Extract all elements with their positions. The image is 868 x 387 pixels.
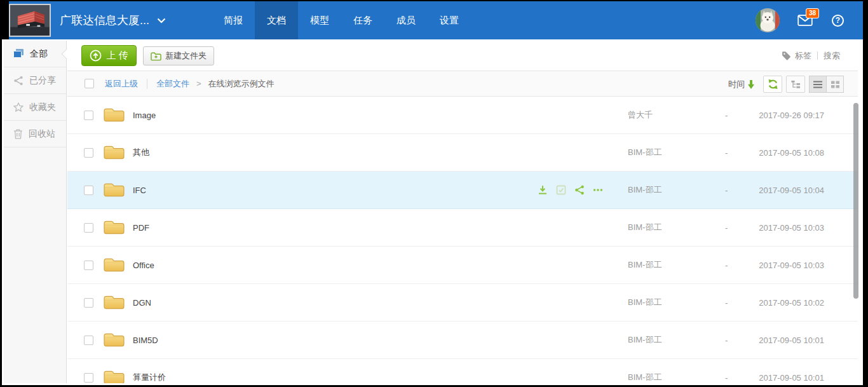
folder-icon xyxy=(104,182,125,198)
sidebar-item-label: 全部 xyxy=(30,48,48,60)
nav-tab-documents[interactable]: 文档 xyxy=(255,1,298,39)
file-name[interactable]: DGN xyxy=(133,298,151,308)
nav-tab-settings[interactable]: 设置 xyxy=(428,1,471,39)
file-size: - xyxy=(725,148,728,158)
notifications-button[interactable]: 38 xyxy=(797,15,813,26)
new-folder-button-label: 新建文件夹 xyxy=(165,50,207,62)
project-title: 广联达信息大厦... xyxy=(60,13,149,28)
toolbar-right: 标签 搜索 xyxy=(782,41,840,71)
select-all-checkbox[interactable] xyxy=(85,79,94,88)
folder-icon xyxy=(104,219,125,236)
nav-tab-models[interactable]: 模型 xyxy=(298,1,341,39)
list-controls: 时间 xyxy=(728,71,844,97)
file-row[interactable]: PDF BIM-邵工 - 2017-09-05 10:03 xyxy=(67,209,858,247)
rename-icon[interactable] xyxy=(556,185,566,195)
file-row[interactable]: 其他 BIM-邵工 - 2017-09-05 10:08 xyxy=(67,134,858,172)
file-size: - xyxy=(725,298,728,308)
file-date: 2017-09-05 10:02 xyxy=(759,298,824,308)
project-logo[interactable] xyxy=(9,4,51,37)
sidebar-item-label: 回收站 xyxy=(29,128,55,140)
sidebar-item-shared[interactable]: 已分享 xyxy=(4,67,66,94)
file-row[interactable]: BIM5D BIM-邵工 - 2017-09-05 10:01 xyxy=(67,322,858,359)
file-row[interactable]: DGN BIM-邵工 - 2017-09-05 10:02 xyxy=(67,284,858,322)
file-row[interactable]: 算量计价 BIM-邵工 - 2017-09-05 10:01 xyxy=(67,359,858,383)
grid-view-button[interactable] xyxy=(826,76,844,93)
folder-icon xyxy=(104,332,125,348)
user-avatar[interactable] xyxy=(756,8,780,32)
project-switcher[interactable]: 广联达信息大厦... xyxy=(60,13,166,28)
file-name[interactable]: 算量计价 xyxy=(133,372,166,383)
help-icon[interactable]: ? xyxy=(832,15,844,27)
header-right: 38 ? xyxy=(756,8,863,32)
file-name[interactable]: BIM5D xyxy=(133,336,158,345)
sidebar-item-favorites[interactable]: 收藏夹 xyxy=(4,94,66,121)
file-name[interactable]: IFC xyxy=(133,186,146,195)
file-row[interactable]: Office BIM-邵工 - 2017-09-05 10:03 xyxy=(67,247,858,284)
refresh-icon xyxy=(768,79,778,90)
file-name[interactable]: 其他 xyxy=(133,147,149,158)
new-folder-button[interactable]: 新建文件夹 xyxy=(143,46,214,65)
file-owner: BIM-邵工 xyxy=(628,147,661,158)
main-content: 上 传 新建文件夹 标签 搜索 xyxy=(67,41,858,383)
more-actions-icon[interactable] xyxy=(593,185,603,195)
nav-tab-members[interactable]: 成员 xyxy=(384,1,428,39)
file-date: 2017-09-26 09:17 xyxy=(759,111,824,120)
file-row[interactable]: IFC BIM-邵工 - 2017-09-05 10:04 xyxy=(67,172,858,209)
row-checkbox[interactable] xyxy=(84,186,93,195)
tag-icon xyxy=(782,51,791,60)
breadcrumb-divider xyxy=(147,79,147,89)
row-checkbox[interactable] xyxy=(84,148,93,158)
file-date: 2017-09-05 10:01 xyxy=(759,373,824,383)
nav-tab-briefing[interactable]: 简报 xyxy=(212,1,255,39)
sidebar-item-label: 已分享 xyxy=(29,75,56,86)
tree-view-button[interactable] xyxy=(786,76,805,93)
file-date: 2017-09-05 10:08 xyxy=(759,148,824,158)
scrollbar-thumb[interactable] xyxy=(853,103,858,299)
nav-tab-tasks[interactable]: 任务 xyxy=(341,1,384,39)
file-owner: BIM-邵工 xyxy=(628,184,661,196)
share-icon[interactable] xyxy=(574,185,585,195)
toolbar-divider xyxy=(817,51,818,60)
row-checkbox[interactable] xyxy=(84,111,93,120)
folder-icon xyxy=(104,257,125,273)
sort-desc-arrow-icon[interactable] xyxy=(748,80,754,89)
file-size: - xyxy=(725,373,728,383)
file-name[interactable]: Image xyxy=(133,111,156,120)
view-toggle xyxy=(809,76,844,93)
file-owner: BIM-邵工 xyxy=(628,334,661,346)
upload-button-label: 上 传 xyxy=(106,50,128,62)
file-name[interactable]: Office xyxy=(133,261,154,270)
search-button[interactable]: 搜索 xyxy=(824,50,840,62)
file-owner: 曾大千 xyxy=(628,109,653,121)
sidebar-item-recycle[interactable]: 回收站 xyxy=(4,121,66,147)
file-date: 2017-09-05 10:01 xyxy=(759,336,824,345)
dog-photo xyxy=(756,8,780,32)
file-date: 2017-09-05 10:04 xyxy=(759,186,824,195)
row-checkbox[interactable] xyxy=(84,336,93,345)
back-to-parent-link[interactable]: 返回上级 xyxy=(105,78,138,90)
logo-strip xyxy=(2,1,9,39)
row-checkbox[interactable] xyxy=(84,261,93,270)
file-name[interactable]: PDF xyxy=(133,223,149,233)
app-window: 广联达信息大厦... 简报 文档 模型 任务 成员 设置 xyxy=(0,0,868,387)
trash-icon xyxy=(13,129,23,139)
file-owner: BIM-邵工 xyxy=(628,259,661,271)
list-view-button[interactable] xyxy=(809,76,827,93)
main-nav: 简报 文档 模型 任务 成员 设置 xyxy=(212,1,471,39)
download-icon[interactable] xyxy=(538,185,548,195)
row-checkbox[interactable] xyxy=(84,373,93,383)
tags-button[interactable]: 标签 xyxy=(782,50,811,62)
list-view-icon xyxy=(813,81,822,88)
grid-view-icon xyxy=(831,81,839,88)
upload-button[interactable]: 上 传 xyxy=(81,45,137,66)
building-thumbnail-icon xyxy=(10,5,50,36)
breadcrumb-root-link[interactable]: 全部文件 xyxy=(156,78,189,90)
row-checkbox[interactable] xyxy=(84,223,93,233)
top-header: 广联达信息大厦... 简报 文档 模型 任务 成员 设置 xyxy=(2,1,863,39)
row-checkbox[interactable] xyxy=(84,298,93,308)
sort-by-time-label[interactable]: 时间 xyxy=(728,79,745,90)
refresh-button[interactable] xyxy=(763,76,782,93)
sidebar-item-all[interactable]: 全部 xyxy=(4,41,66,67)
file-size: - xyxy=(725,186,728,195)
file-row[interactable]: Image 曾大千 - 2017-09-26 09:17 xyxy=(67,97,858,134)
